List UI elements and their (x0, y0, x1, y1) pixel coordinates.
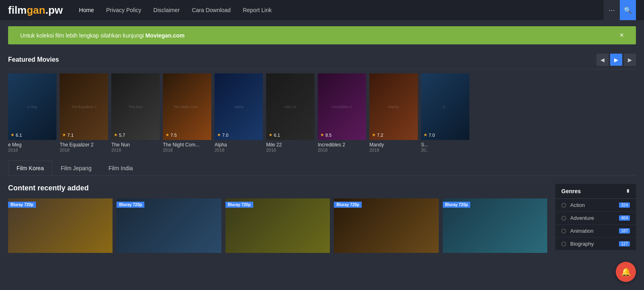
star-icon: ★ (165, 132, 169, 138)
tab-film-india[interactable]: Film India (100, 161, 142, 175)
star-icon: ★ (114, 132, 118, 138)
chevron-right-icon: ▶ (628, 57, 632, 63)
genres-header: Genres ⬍ (555, 184, 636, 199)
share-button[interactable]: ⋯ (604, 0, 620, 20)
movie-card[interactable]: Alpha ★ 7.0 Alpha 2018 (215, 73, 263, 152)
genre-name: Adventure (570, 215, 619, 221)
genre-item-action[interactable]: Action 324 (555, 199, 636, 212)
movie-title: Mandy (369, 142, 418, 148)
chevron-left-icon: ◀ (600, 57, 604, 63)
rating-value: 8.5 (325, 133, 331, 138)
featured-movies-row: e Meg ★ 6.1 e Meg 2018 The Equalizer 2 ★… (8, 73, 636, 152)
nav-home[interactable]: Home (79, 7, 94, 13)
banner-link[interactable]: Moviegan.com (146, 32, 185, 39)
poster-text: Incredibles 2 (329, 103, 354, 111)
content-card[interactable]: Bluray 720p (8, 198, 113, 253)
genre-name: Biography (570, 241, 619, 247)
genre-name: Action (570, 202, 619, 208)
genres-title: Genres (561, 188, 581, 194)
poster-text: Alpha (232, 103, 245, 111)
genre-count: 324 (619, 202, 630, 208)
movie-rating: ★ 5.7 (114, 132, 125, 138)
header-icons: ⋯ 🔍 (604, 0, 636, 20)
movie-rating: ★ 6.1 (10, 132, 22, 138)
movie-rating: ★ 7.5 (165, 132, 177, 138)
search-button[interactable]: 🔍 (620, 0, 636, 20)
movie-card[interactable]: Incredibles 2 ★ 8.5 Incredibles 2 2018 (318, 73, 366, 152)
movie-card[interactable]: Mandy ★ 7.2 Mandy 2018 (369, 73, 418, 152)
logo[interactable]: filmgan.pw (8, 4, 63, 17)
movie-card[interactable]: e Meg ★ 6.1 e Meg 2018 (8, 73, 56, 152)
content-thumb: Bluray 720p (225, 198, 330, 253)
main-nav: Home Privacy Policy Disclaimer Cara Down… (79, 7, 604, 13)
movie-card[interactable]: The Nun ★ 5.7 The Nun 2018 (111, 73, 160, 152)
poster-text: The Nun (127, 103, 145, 111)
tab-film-korea[interactable]: Film Korea (8, 161, 52, 175)
rating-value: 7.0 (222, 133, 228, 138)
slider-next-button[interactable]: ▶ (624, 54, 636, 66)
movie-year: 2018 (111, 148, 160, 152)
movie-poster: The Equalizer 2 ★ 7.1 (60, 73, 108, 140)
slider-play-button[interactable]: ▶ (610, 54, 622, 66)
movie-title: S... (421, 142, 469, 148)
movie-title: The Night Com... (163, 142, 211, 148)
genre-radio (561, 203, 566, 208)
header: filmgan.pw Home Privacy Policy Disclaime… (0, 0, 644, 20)
genre-count: 127 (619, 241, 630, 246)
nav-privacy[interactable]: Privacy Policy (106, 7, 141, 13)
content-grid: Bluray 720p Bluray 720p Bluray 720p Blur… (8, 198, 547, 253)
movie-title: e Meg (8, 142, 56, 148)
genre-radio (561, 229, 566, 234)
rating-value: 5.7 (119, 133, 125, 138)
movie-year: 2018 (215, 148, 263, 152)
poster-text: Mile 22 (282, 103, 298, 111)
bluray-badge: Bluray 720p (225, 202, 253, 208)
genres-sort-icon: ⬍ (626, 188, 630, 194)
content-card[interactable]: Bluray 720p (443, 198, 547, 253)
nav-cara-download[interactable]: Cara Download (192, 7, 231, 13)
genre-item-animation[interactable]: Animation 187 (555, 225, 636, 238)
movie-card[interactable]: Mile 22 ★ 6.1 Mile 22 2018 (266, 73, 315, 152)
movie-poster: S... ★ 7.0 (421, 73, 469, 140)
genre-radio (561, 242, 566, 246)
rating-value: 7.5 (171, 133, 177, 138)
movie-title: The Nun (111, 142, 160, 148)
movie-rating: ★ 7.0 (217, 132, 228, 138)
content-card[interactable]: Bluray 720p (334, 198, 438, 253)
content-thumb: Bluray 720p (117, 198, 221, 253)
bluray-badge: Bluray 720p (334, 202, 362, 208)
movie-card[interactable]: S... ★ 7.0 S... 20.. (421, 73, 469, 152)
content-thumb: Bluray 720p (8, 198, 113, 253)
nav-report-link[interactable]: Report Link (243, 7, 272, 13)
poster-text: The Night Com... (171, 103, 203, 111)
movie-poster: Mandy ★ 7.2 (369, 73, 418, 140)
tab-film-jepang[interactable]: Film Jepang (52, 161, 100, 175)
movie-year: 2018 (60, 148, 108, 152)
genre-item-biography[interactable]: Biography 127 (555, 238, 636, 250)
movie-poster: The Night Com... ★ 7.5 (163, 73, 211, 140)
movie-year: 2018 (163, 148, 211, 152)
nav-disclaimer[interactable]: Disclaimer (153, 7, 179, 13)
movie-card[interactable]: The Equalizer 2 ★ 7.1 The Equalizer 2 20… (60, 73, 108, 152)
rating-value: 6.1 (16, 133, 22, 138)
bluray-badge: Bluray 720p (8, 202, 36, 208)
poster-text: S... (440, 103, 450, 111)
banner-close-button[interactable]: × (619, 31, 624, 40)
rating-value: 7.1 (67, 133, 73, 138)
genre-item-adventure[interactable]: Adventure 464 (555, 212, 636, 225)
content-card[interactable]: Bluray 720p (225, 198, 330, 253)
banner-text: Untuk koleksi film lebih lengkap silahka… (20, 32, 185, 39)
share-icon: ⋯ (609, 6, 615, 14)
star-icon: ★ (269, 132, 273, 138)
featured-title: Featured Movies (8, 56, 59, 63)
content-card[interactable]: Bluray 720p (117, 198, 221, 253)
content-thumb: Bluray 720p (334, 198, 438, 253)
slider-controls: ◀ ▶ ▶ (596, 54, 636, 66)
movie-card[interactable]: The Night Com... ★ 7.5 The Night Com... … (163, 73, 211, 152)
bluray-badge: Bluray 720p (117, 202, 144, 208)
star-icon: ★ (320, 132, 324, 138)
movie-title: Incredibles 2 (318, 142, 366, 148)
banner: Untuk koleksi film lebih lengkap silahka… (8, 26, 636, 44)
slider-prev-button[interactable]: ◀ (596, 54, 609, 66)
movie-poster: The Nun ★ 5.7 (111, 73, 160, 140)
